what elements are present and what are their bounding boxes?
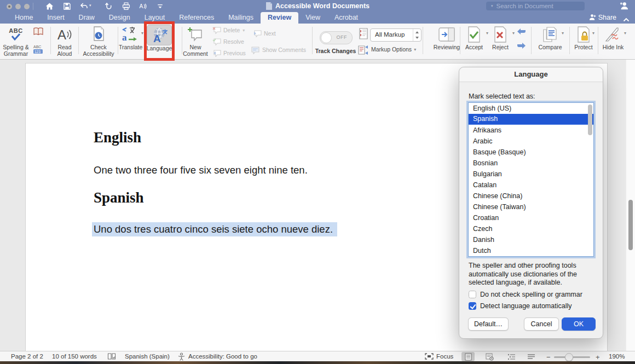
toggle-state-label: OFF	[337, 34, 348, 40]
tab-draw[interactable]: Draw	[72, 12, 102, 24]
word-count[interactable]: 10 of 150 words	[52, 353, 97, 360]
focus-toggle[interactable]: Focus	[436, 353, 453, 360]
accessibility-status[interactable]: Accessibility: Good to go	[188, 353, 257, 360]
language-option[interactable]: Czech	[469, 223, 593, 234]
translate-icon: a	[119, 25, 142, 44]
tab-layout[interactable]: Layout	[137, 12, 172, 24]
markup-options-button[interactable]: Markup Options ▾	[371, 47, 416, 53]
tab-design[interactable]: Design	[102, 12, 137, 24]
tab-review[interactable]: Review	[261, 12, 298, 24]
search-input[interactable]	[495, 2, 582, 10]
next-change-icon[interactable]	[517, 42, 526, 51]
tab-mailings[interactable]: Mailings	[221, 12, 261, 24]
tab-acrobat[interactable]: Acrobat	[327, 12, 365, 24]
accept-changes-button[interactable]: Accept	[464, 25, 484, 51]
markup-view-dropdown[interactable]: All Markup	[370, 28, 422, 42]
language-button[interactable]: A Language	[146, 25, 173, 52]
translate-button[interactable]: a Translate	[119, 25, 142, 51]
language-option[interactable]: Chinese (China)	[469, 190, 593, 201]
language-option[interactable]: Arabic	[469, 136, 593, 147]
previous-comment-button[interactable]: Previous	[212, 50, 246, 57]
no-spellcheck-label: Do not check spelling or grammar	[480, 291, 582, 298]
web-layout-view-button[interactable]	[483, 352, 496, 361]
default-button[interactable]: Default…	[468, 317, 509, 331]
language-option[interactable]: Basque (Basque)	[469, 147, 593, 158]
language-option-selected[interactable]: Spanish	[469, 114, 593, 125]
search-box[interactable]: ▾	[486, 2, 585, 10]
new-comment-button[interactable]: New Comment	[183, 25, 208, 57]
cancel-button[interactable]: Cancel	[524, 317, 559, 331]
tab-references[interactable]: References	[172, 12, 221, 24]
tab-home[interactable]: Home	[8, 12, 40, 24]
track-changes-toggle[interactable]: OFF	[320, 31, 353, 44]
ok-button[interactable]: OK	[562, 317, 596, 331]
tab-insert[interactable]: Insert	[40, 12, 71, 24]
print-layout-view-button[interactable]	[461, 352, 475, 361]
reject-caret-icon[interactable]: ▾	[512, 31, 515, 36]
page-indicator[interactable]: Page 2 of 2	[11, 353, 43, 360]
document-paragraph-english: One two three four five six seven eight …	[94, 164, 308, 176]
selected-text: Uno dos tres cuatro cinco seis siete och…	[92, 222, 337, 236]
desktop-dock-sliver	[0, 361, 635, 364]
document-heading-spanish: Spanish	[94, 189, 144, 206]
language-list-scrollbar[interactable]	[588, 105, 592, 135]
language-option[interactable]: Danish	[469, 234, 593, 245]
language-option[interactable]: Catalan	[469, 180, 593, 190]
svg-text:123: 123	[34, 50, 41, 54]
reject-changes-button[interactable]: Reject	[490, 25, 510, 51]
no-spellcheck-checkbox-row[interactable]: Do not check spelling or grammar	[469, 291, 582, 298]
draft-view-button[interactable]	[524, 352, 538, 361]
hide-ink-button[interactable]: Hide Ink	[601, 25, 625, 51]
zoom-out-button[interactable]: −	[546, 353, 551, 361]
search-scope-caret-icon[interactable]: ▾	[491, 4, 493, 8]
compare-button[interactable]: Compare	[535, 25, 565, 51]
language-option[interactable]: Chinese (Taiwan)	[469, 201, 593, 212]
show-comments-button[interactable]: Show Comments	[251, 47, 306, 54]
translate-caret-icon[interactable]: ▾	[141, 31, 143, 36]
previous-change-icon[interactable]	[517, 27, 526, 37]
thesaurus-icon[interactable]	[33, 27, 44, 38]
resolve-comment-button[interactable]: Resolve	[212, 38, 244, 45]
scrollbar-thumb[interactable]	[628, 200, 633, 250]
language-option[interactable]: Croatian	[469, 212, 593, 223]
vertical-scrollbar[interactable]	[626, 60, 635, 351]
dropdown-stepper-icon[interactable]	[413, 29, 421, 41]
delete-comment-button[interactable]: Delete ▾	[212, 27, 245, 34]
compare-caret-icon[interactable]: ▾	[562, 31, 564, 36]
outline-view-button[interactable]	[505, 352, 518, 361]
word-count-icon[interactable]: ABC123	[33, 44, 45, 56]
language-option[interactable]: Dutch	[469, 245, 593, 256]
share-button[interactable]: Share	[588, 12, 616, 24]
language-option[interactable]: Bosnian	[469, 158, 593, 169]
svg-text:ABC: ABC	[33, 45, 41, 49]
language-option[interactable]: Bulgarian	[469, 169, 593, 180]
detect-language-checkbox-row[interactable]: Detect language automatically	[469, 302, 572, 310]
proofing-status-icon[interactable]	[107, 353, 116, 361]
review-ribbon: ABC Spelling & Grammar ABC123 A Read Alo…	[0, 24, 635, 60]
zoom-level[interactable]: 190%	[609, 353, 625, 360]
accessibility-status-icon[interactable]	[177, 353, 186, 362]
focus-icon[interactable]	[425, 353, 434, 361]
account-icon[interactable]	[619, 1, 628, 11]
zoom-in-button[interactable]: +	[596, 353, 600, 361]
word-window: ▾ A Accessible Word Documents ▾ Home Ins…	[0, 0, 635, 364]
hide-ink-caret-icon[interactable]: ▾	[624, 31, 626, 36]
protect-button[interactable]: Protect	[572, 25, 596, 51]
language-indicator[interactable]: Spanish (Spain)	[125, 353, 170, 360]
checkbox-checked-icon[interactable]	[469, 302, 476, 310]
next-comment-button[interactable]: Next	[253, 30, 276, 37]
collapse-ribbon-icon[interactable]	[623, 14, 630, 24]
language-option[interactable]: Afrikaans	[469, 125, 593, 136]
read-aloud-button[interactable]: A Read Aloud	[52, 25, 77, 57]
protect-caret-icon[interactable]: ▾	[592, 31, 594, 36]
checkbox-unchecked-icon[interactable]	[469, 291, 476, 298]
spelling-grammar-button[interactable]: ABC Spelling & Grammar	[1, 25, 31, 57]
resolve-comment-icon	[212, 38, 221, 45]
tab-view[interactable]: View	[298, 12, 327, 24]
zoom-slider-thumb[interactable]	[565, 353, 573, 361]
accept-caret-icon[interactable]: ▾	[486, 31, 488, 36]
check-accessibility-button[interactable]: Check Accessibility	[80, 25, 117, 57]
markup-options-caret-icon: ▾	[414, 47, 416, 52]
language-option[interactable]: English (US)	[469, 103, 593, 114]
language-list[interactable]: English (US) Spanish Afrikaans Arabic Ba…	[468, 102, 594, 257]
